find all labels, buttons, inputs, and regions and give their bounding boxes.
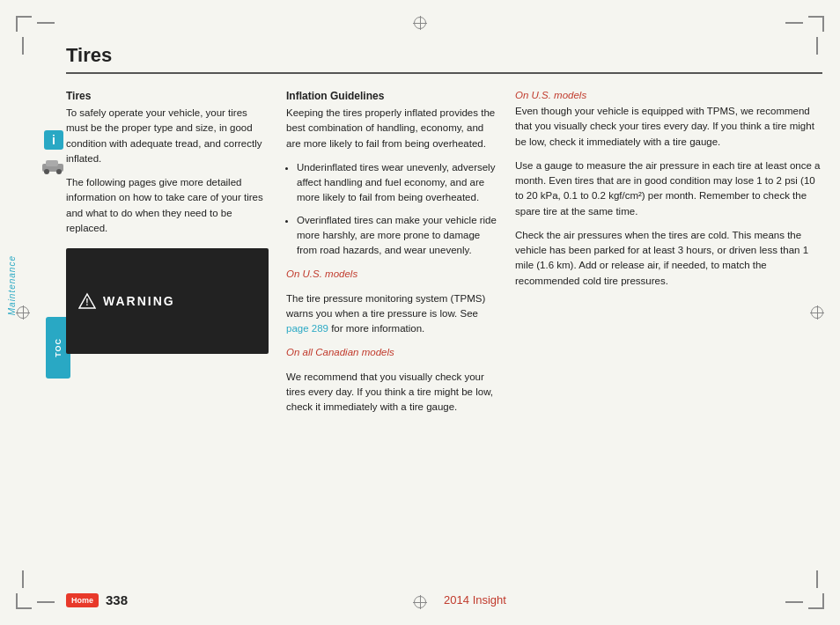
col-left: Tires To safely operate your vehicle, yo… bbox=[66, 90, 269, 354]
edge-mark-br-v bbox=[816, 570, 818, 588]
info-icon[interactable]: i bbox=[44, 130, 63, 150]
right-para1: Even though your vehicle is equipped wit… bbox=[515, 104, 822, 150]
mid-bullet1: Underinflated tires wear unevenly, adver… bbox=[297, 160, 497, 206]
mid-us-models-label: On U.S. models bbox=[286, 267, 497, 282]
mid-body: Keeping the tires properly inflated prov… bbox=[286, 106, 497, 415]
warning-box: ! WARNING bbox=[66, 248, 269, 354]
sidebar: i TOC Maintenance bbox=[0, 0, 66, 625]
home-badge[interactable]: Home bbox=[66, 593, 99, 607]
page-title: Tires bbox=[66, 44, 822, 74]
warning-triangle-icon: ! bbox=[78, 292, 96, 310]
car-icon bbox=[41, 157, 65, 174]
left-para2: The following pages give more detailed i… bbox=[66, 175, 269, 236]
mid-bullet2: Overinflated tires can make your vehicle… bbox=[297, 213, 497, 259]
footer-title: 2014 Insight bbox=[128, 593, 822, 607]
mid-canadian-label: On all Canadian models bbox=[286, 345, 497, 360]
footer: Home 338 2014 Insight bbox=[66, 592, 822, 607]
svg-text:!: ! bbox=[85, 298, 88, 307]
cross-mark-top bbox=[413, 16, 427, 30]
right-body: Even though your vehicle is equipped wit… bbox=[515, 104, 822, 289]
right-para2: Use a gauge to measure the air pressure … bbox=[515, 158, 822, 219]
svg-point-3 bbox=[56, 169, 62, 174]
left-section-title: Tires bbox=[66, 90, 269, 102]
col-right: On U.S. models Even though your vehicle … bbox=[515, 90, 822, 298]
right-para3: Check the air pressures when the tires a… bbox=[515, 228, 822, 289]
svg-rect-1 bbox=[46, 160, 58, 166]
svg-point-2 bbox=[44, 169, 49, 174]
left-para1: To safely operate your vehicle, your tir… bbox=[66, 106, 269, 166]
col-mid: Inflation Guidelines Keeping the tires p… bbox=[286, 90, 497, 423]
mid-para3: We recommend that you visually check you… bbox=[286, 370, 497, 415]
content-columns: Tires To safely operate your vehicle, yo… bbox=[66, 90, 822, 423]
mid-para2: The tire pressure monitoring system (TPM… bbox=[286, 291, 497, 337]
corner-mark-tr bbox=[808, 16, 824, 32]
right-us-models-label: On U.S. models bbox=[515, 90, 822, 100]
left-body: To safely operate your vehicle, your tir… bbox=[66, 106, 269, 236]
mid-para1: Keeping the tires properly inflated prov… bbox=[286, 106, 497, 151]
mid-bullets: Underinflated tires wear unevenly, adver… bbox=[297, 160, 497, 259]
maintenance-label: Maintenance bbox=[7, 255, 17, 315]
toc-label: TOC bbox=[54, 338, 63, 357]
warning-label: WARNING bbox=[103, 294, 175, 308]
page-number: 338 bbox=[106, 592, 128, 607]
edge-mark-tr-h bbox=[785, 22, 803, 24]
page289-link[interactable]: page 289 bbox=[286, 323, 328, 334]
mid-section-title: Inflation Guidelines bbox=[286, 90, 497, 102]
main-content: Tires Tires To safely operate your vehic… bbox=[66, 44, 822, 572]
